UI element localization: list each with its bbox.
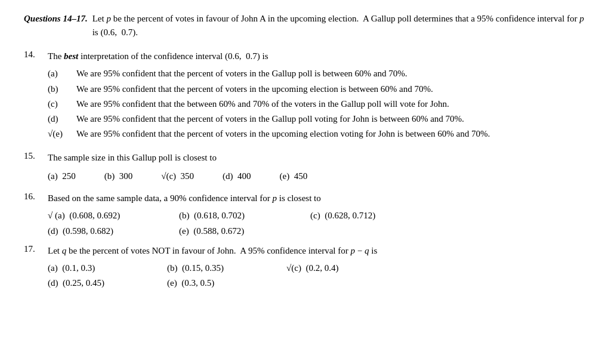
q15-option-c: √(c) 350 [161,169,194,183]
question-15-text: The sample size in this Gallup poll is c… [48,151,587,165]
q16-option-c: (c) (0.628, 0.712) [310,209,442,223]
question-15: 15. The sample size in this Gallup poll … [24,151,587,186]
questions-header: Questions 14–17. Let p be the percent of… [24,12,587,39]
q14-option-e-text: We are 95% confident that the percent of… [76,127,587,141]
question-17-number: 17. [24,244,48,254]
questions-header-label: Questions 14–17. [24,12,88,26]
question-17-options: (a) (0.1, 0.3) (b) (0.15, 0.35) √(c) (0.… [48,261,587,291]
q14-option-a-text: We are 95% confident that the percent of… [76,67,587,81]
q14-option-a: (a) We are 95% confident that the percen… [48,67,587,81]
q16-option-b: (b) (0.618, 0.702) [179,209,310,223]
q15-option-d: (d) 400 [223,169,251,183]
question-15-number: 15. [24,151,48,161]
q14-option-e: √(e) We are 95% confident that the perce… [48,127,587,141]
question-16-options: √ (a) (0.608, 0.692) (b) (0.618, 0.702) … [48,209,587,238]
q14-option-c-label: (c) [48,97,76,111]
q14-option-b-text: We are 95% confident that the percent of… [76,82,587,96]
question-17-content: Let q be the percent of votes NOT in fav… [48,244,587,291]
q17-option-b: (b) (0.15, 0.35) [167,261,286,275]
q16-option-d: (d) (0.598, 0.682) [48,224,179,238]
q17-option-c: √(c) (0.2, 0.4) [286,261,406,275]
question-14-options: (a) We are 95% confident that the percen… [48,67,587,141]
q14-option-e-label: √(e) [48,127,76,141]
question-16-number: 16. [24,192,48,202]
q14-option-b-label: (b) [48,82,76,96]
question-14: 14. The best interpretation of the confi… [24,50,587,143]
question-14-number: 14. [24,50,48,60]
question-15-options: (a) 250 (b) 300 √(c) 350 (d) 400 (e) 450 [48,169,587,183]
question-15-content: The sample size in this Gallup poll is c… [48,151,587,186]
question-14-text: The best interpretation of the confidenc… [48,50,587,63]
q17-option-e: (e) (0.3, 0.5) [167,276,286,290]
q16-option-a: √ (a) (0.608, 0.692) [48,209,179,223]
question-16-content: Based on the same sample data, a 90% con… [48,192,587,238]
q17-option-d: (d) (0.25, 0.45) [48,276,167,290]
q14-option-c-text: We are 95% confident that the between 60… [76,97,587,111]
question-16: 16. Based on the same sample data, a 90%… [24,192,587,238]
q15-option-e: (e) 450 [280,169,308,183]
q14-option-d-text: We are 95% confident that the percent of… [76,112,587,126]
q15-option-a: (a) 250 [48,169,76,183]
questions-header-text: Let p be the percent of votes in favour … [92,12,587,39]
question-14-content: The best interpretation of the confidenc… [48,50,587,143]
question-17-text: Let q be the percent of votes NOT in fav… [48,244,587,258]
q14-option-b: (b) We are 95% confident that the percen… [48,82,587,96]
question-17: 17. Let q be the percent of votes NOT in… [24,244,587,291]
question-16-text: Based on the same sample data, a 90% con… [48,192,587,205]
q14-option-d: (d) We are 95% confident that the percen… [48,112,587,126]
q14-option-a-label: (a) [48,67,76,81]
q14-option-d-label: (d) [48,112,76,126]
q15-option-b: (b) 300 [104,169,133,183]
q17-option-a: (a) (0.1, 0.3) [48,261,167,275]
q14-option-c: (c) We are 95% confident that the betwee… [48,97,587,111]
q16-option-e: (e) (0.588, 0.672) [179,224,310,238]
